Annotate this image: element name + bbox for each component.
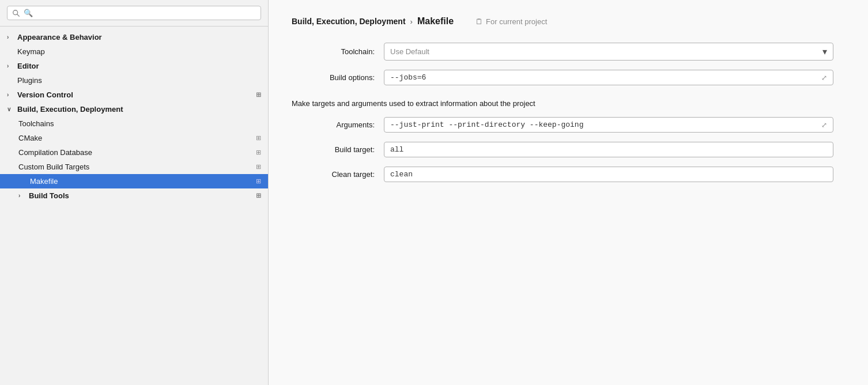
sidebar-item-makefile[interactable]: Makefile ⊞	[0, 174, 268, 188]
build-options-row: Build options: --jobs=6 ⤢	[292, 70, 845, 85]
clean-target-value: clean	[390, 170, 827, 179]
sidebar-item-label: Build, Execution, Deployment	[17, 105, 123, 114]
chevron-right-icon: ›	[7, 34, 14, 40]
expand-icon[interactable]: ⤢	[821, 74, 827, 82]
sidebar-item-compilation-database[interactable]: Compilation Database ⊞	[0, 145, 268, 160]
chevron-right-icon: ›	[7, 63, 14, 69]
arguments-row: Arguments: --just-print --print-director…	[292, 117, 845, 133]
sidebar-item-label: Version Control	[17, 90, 73, 99]
sidebar-item-label: Editor	[17, 62, 39, 70]
copy-icon: ⊞	[256, 178, 261, 185]
chevron-down-icon: ∨	[7, 106, 14, 112]
toolchain-select[interactable]: Use Default ▾	[384, 43, 833, 61]
search-icon	[12, 9, 20, 17]
toolchain-value: Use Default	[390, 47, 822, 56]
arguments-control: --just-print --print-directory --keep-go…	[384, 117, 833, 133]
sidebar: › Appearance & Behavior Keymap › Editor …	[0, 0, 269, 385]
build-options-field[interactable]: --jobs=6 ⤢	[384, 70, 833, 85]
arguments-field[interactable]: --just-print --print-directory --keep-go…	[384, 117, 833, 133]
build-target-field[interactable]: all	[384, 142, 833, 157]
project-icon: 🗒	[475, 17, 483, 26]
build-target-row: Build target: all	[292, 142, 845, 157]
expand-icon[interactable]: ⤢	[821, 121, 827, 129]
clean-target-field[interactable]: clean	[384, 167, 833, 182]
arguments-label: Arguments:	[292, 120, 384, 129]
sidebar-item-build-execution-deployment[interactable]: ∨ Build, Execution, Deployment	[0, 102, 268, 116]
toolchain-row: Toolchain: Use Default ▾	[292, 43, 845, 61]
clean-target-row: Clean target: clean	[292, 167, 845, 182]
build-target-control: all	[384, 142, 833, 157]
chevron-right-icon: ›	[18, 192, 25, 199]
toolchain-control: Use Default ▾	[384, 43, 833, 61]
clean-target-control: clean	[384, 167, 833, 182]
dropdown-arrow-icon: ▾	[822, 46, 827, 57]
no-chevron	[7, 48, 14, 55]
copy-icon: ⊞	[256, 91, 261, 99]
project-label: For current project	[486, 17, 547, 26]
no-chevron	[7, 77, 14, 84]
copy-icon: ⊞	[256, 163, 261, 171]
sidebar-item-label: Compilation Database	[18, 148, 92, 157]
breadcrumb-parent: Build, Execution, Deployment	[292, 17, 406, 26]
search-input-wrapper[interactable]	[7, 6, 261, 20]
copy-icon: ⊞	[256, 149, 261, 156]
breadcrumb-project: 🗒 For current project	[475, 17, 547, 26]
search-bar	[0, 0, 268, 27]
breadcrumb: Build, Execution, Deployment › Makefile …	[292, 16, 845, 27]
sidebar-item-toolchains[interactable]: Toolchains	[0, 116, 268, 131]
copy-icon: ⊞	[256, 134, 261, 142]
sidebar-item-build-tools[interactable]: › Build Tools ⊞	[0, 188, 268, 203]
sidebar-item-plugins[interactable]: Plugins	[0, 73, 268, 88]
sidebar-item-label: Makefile	[30, 177, 58, 186]
sidebar-item-label: Keymap	[17, 47, 45, 56]
build-target-label: Build target:	[292, 145, 384, 154]
sidebar-item-label: Toolchains	[18, 119, 54, 128]
build-options-control: --jobs=6 ⤢	[384, 70, 833, 85]
svg-line-1	[17, 14, 20, 16]
breadcrumb-current: Makefile	[417, 16, 454, 27]
nav-list: › Appearance & Behavior Keymap › Editor …	[0, 27, 268, 385]
sidebar-item-editor[interactable]: › Editor	[0, 59, 268, 73]
sidebar-item-appearance-behavior[interactable]: › Appearance & Behavior	[0, 30, 268, 44]
sidebar-item-keymap[interactable]: Keymap	[0, 44, 268, 59]
build-target-value: all	[390, 145, 827, 154]
sidebar-item-custom-build-targets[interactable]: Custom Build Targets ⊞	[0, 160, 268, 174]
clean-target-label: Clean target:	[292, 170, 384, 179]
toolchain-label: Toolchain:	[292, 47, 384, 56]
chevron-right-icon: ›	[7, 92, 14, 98]
sidebar-item-cmake[interactable]: CMake ⊞	[0, 131, 268, 145]
sidebar-item-label: CMake	[18, 134, 42, 142]
sidebar-item-label: Plugins	[17, 76, 42, 85]
sidebar-item-label: Custom Build Targets	[18, 163, 89, 171]
build-options-label: Build options:	[292, 73, 384, 82]
search-input[interactable]	[24, 9, 256, 17]
breadcrumb-arrow: ›	[410, 17, 413, 26]
sidebar-item-label: Build Tools	[29, 191, 69, 200]
arguments-value: --just-print --print-directory --keep-go…	[390, 120, 817, 129]
build-options-value: --jobs=6	[390, 73, 817, 82]
main-content: Build, Execution, Deployment › Makefile …	[269, 0, 868, 385]
section-description: Make targets and arguments used to extra…	[292, 99, 845, 108]
sidebar-item-label: Appearance & Behavior	[17, 33, 102, 41]
sidebar-item-version-control[interactable]: › Version Control ⊞	[0, 88, 268, 102]
copy-icon: ⊞	[256, 192, 261, 199]
